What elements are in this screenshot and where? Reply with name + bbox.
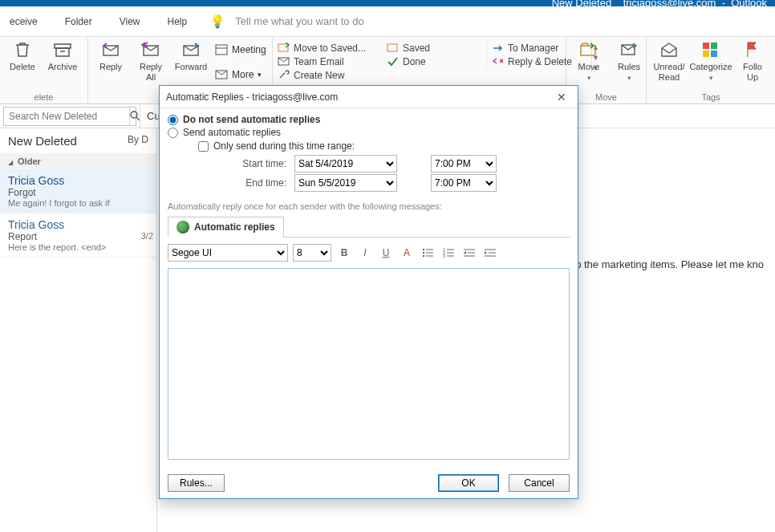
number-list-button[interactable]: 123 (440, 245, 456, 261)
chevron-down-icon: ▾ (258, 71, 262, 79)
search-box[interactable] (3, 107, 136, 126)
end-date-select[interactable]: Sun 5/5/2019 (294, 174, 397, 192)
qs-saved[interactable]: Saved (387, 42, 481, 55)
delete-group-label: elete (6, 90, 81, 104)
folder-icon (387, 43, 399, 54)
checkbox-only-range-input[interactable] (198, 141, 209, 152)
close-button[interactable]: ✕ (552, 89, 571, 105)
svg-point-20 (423, 249, 424, 250)
radio-send-input[interactable] (168, 128, 178, 138)
titlebar-status: New Deleted (552, 0, 611, 9)
app-titlebar: New Deleted triciagoss@live.com - Outloo… (0, 0, 775, 6)
underline-button[interactable]: U (378, 245, 394, 261)
sort-by[interactable]: By D (128, 134, 148, 148)
radio-send-label: Send automatic replies (183, 127, 281, 138)
chevron-down-icon: ▾ (627, 74, 631, 82)
tell-me-input[interactable]: Tell me what you want to do (235, 15, 363, 27)
menu-help[interactable]: Help (163, 16, 193, 27)
reply-all-icon (140, 40, 162, 59)
start-date-select[interactable]: Sat 5/4/2019 (294, 155, 397, 173)
more-button[interactable]: More ▾ (215, 68, 266, 80)
reply-all-button[interactable]: Reply All (135, 40, 167, 82)
mail-subject: Forgot (8, 187, 148, 198)
svg-point-18 (131, 112, 137, 118)
followup-l1: Follo (743, 62, 762, 71)
categorize-icon (700, 40, 722, 59)
indent-icon (485, 248, 496, 258)
wrench-icon (278, 70, 290, 81)
more-label: More (232, 69, 254, 80)
indent-button[interactable] (482, 245, 498, 261)
ok-button[interactable]: OK (438, 474, 499, 492)
checkbox-only-range-label: Only send during this time range: (213, 140, 355, 152)
rules-button[interactable]: Rules ▾ (613, 40, 645, 82)
bullet-list-button[interactable] (420, 245, 436, 261)
font-name-select[interactable]: Segoe UI (168, 244, 288, 262)
chevron-down-icon: ▾ (709, 74, 713, 82)
automatic-replies-dialog: Automatic Replies - triciagoss@live.com … (159, 85, 578, 499)
rules-label: Rules (618, 62, 640, 71)
tab-automatic-replies[interactable]: Automatic replies (168, 217, 284, 238)
archive-icon (51, 40, 74, 59)
qs-move-saved[interactable]: Move to Saved... (278, 42, 372, 55)
categorize-button[interactable]: Categorize ▾ (693, 40, 728, 82)
reply-label: Reply (99, 62, 122, 71)
forward-icon (180, 40, 202, 59)
mail-item[interactable]: Tricia Goss Forgot Me again! I forgot to… (0, 169, 156, 213)
followup-button[interactable]: Follo Up (736, 40, 769, 82)
delete-button[interactable]: Delete (6, 40, 39, 71)
italic-icon: I (363, 247, 366, 258)
reply-button[interactable]: Reply (95, 40, 127, 71)
mail-from: Tricia Goss (8, 218, 148, 231)
menu-folder[interactable]: Folder (60, 16, 97, 27)
unread-l2: Read (659, 72, 680, 82)
dialog-tabs: Automatic replies (168, 216, 570, 238)
svg-point-24 (423, 255, 424, 257)
radio-do-not-send[interactable]: Do not send automatic replies (168, 113, 570, 126)
qs-create-new[interactable]: Create New (278, 69, 372, 82)
flag-icon (741, 40, 764, 59)
checkbox-only-range[interactable]: Only send during this time range: (198, 140, 570, 152)
dialog-title: Automatic Replies - triciagoss@live.com (166, 91, 338, 103)
group-older[interactable]: ◢ Older (0, 153, 156, 169)
folder-name: New Deleted (8, 134, 77, 148)
rules-dialog-button[interactable]: Rules... (168, 474, 225, 492)
reply-editor[interactable] (168, 268, 570, 460)
reply-all-label2: All (146, 72, 156, 82)
end-time-select[interactable]: 7:00 PM (431, 174, 497, 192)
caret-down-icon: ◢ (8, 159, 13, 166)
search-input[interactable] (4, 111, 129, 122)
qs-team-email[interactable]: Team Email (278, 55, 372, 68)
menu-view[interactable]: View (115, 16, 145, 27)
categorize-label: Categorize (689, 62, 732, 71)
end-time-label: End time: (198, 177, 286, 189)
move-group-label: Move (573, 90, 639, 104)
mail-subject: Report (8, 231, 148, 242)
bold-button[interactable]: B (336, 245, 352, 261)
meeting-button[interactable]: Meeting (215, 43, 266, 55)
menu-receive[interactable]: eceive (5, 16, 43, 27)
mail-item[interactable]: Tricia Goss Report Here is the report. <… (0, 213, 156, 258)
unread-read-button[interactable]: Unread/ Read (653, 40, 685, 82)
svg-rect-12 (581, 46, 595, 55)
radio-send[interactable]: Send automatic replies (168, 126, 570, 139)
titlebar-account: triciagoss@live.com (623, 0, 716, 9)
forward-button[interactable]: Forward (175, 40, 207, 71)
start-time-select[interactable]: 7:00 PM (431, 155, 497, 173)
cancel-button[interactable]: Cancel (509, 474, 570, 492)
outdent-button[interactable] (461, 245, 477, 261)
more-icon (215, 68, 228, 80)
svg-rect-10 (388, 44, 397, 51)
globe-icon (177, 221, 189, 234)
font-size-select[interactable]: 8 (293, 244, 331, 262)
move-button[interactable]: Move ▾ (573, 40, 605, 82)
search-icon[interactable] (129, 108, 140, 125)
italic-button[interactable]: I (357, 245, 373, 261)
radio-do-not-send-input[interactable] (168, 115, 178, 125)
font-color-button[interactable]: A (399, 245, 415, 261)
archive-button[interactable]: Archive (47, 40, 79, 71)
qs-done[interactable]: Done (387, 55, 481, 68)
menubar: eceive Folder View Help 💡 Tell me what y… (0, 6, 775, 37)
svg-point-22 (423, 252, 424, 254)
rules-icon (618, 40, 640, 59)
